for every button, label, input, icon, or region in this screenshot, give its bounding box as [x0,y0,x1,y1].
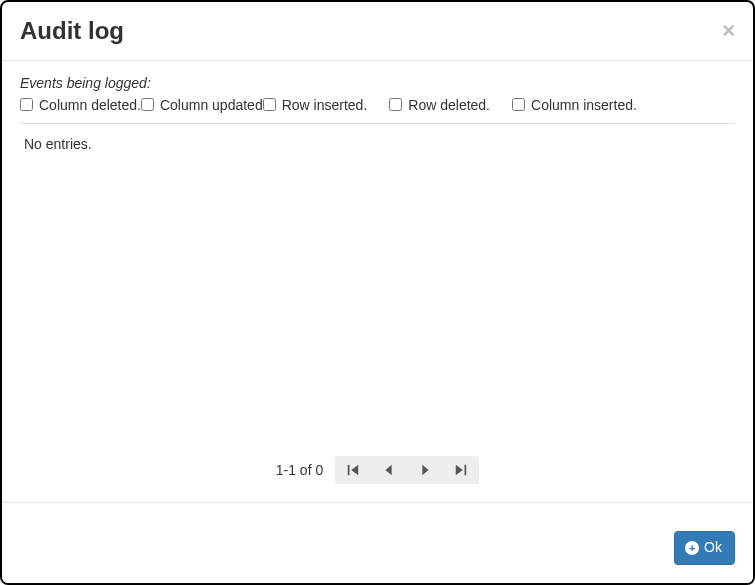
ok-button[interactable]: + Ok [674,531,735,565]
filter-column-inserted-label[interactable]: Column inserted. [531,97,637,113]
pager: 1-1 of 0 [20,446,735,498]
filter-column-inserted-checkbox[interactable] [512,98,525,111]
pager-range-text: 1-1 of 0 [276,462,323,478]
filter-row-inserted: Row inserted. [263,97,368,113]
dialog-header: Audit log × [2,2,753,61]
no-entries-text: No entries. [24,136,731,152]
filter-column-updated-label[interactable]: Column updated [160,97,263,113]
filter-column-deleted: Column deleted. [20,97,141,113]
events-filter-row: Column deleted. Column updated Row inser… [20,97,735,124]
filter-column-updated: Column updated [141,97,263,113]
plus-circle-icon: + [685,541,699,555]
filter-row-inserted-label[interactable]: Row inserted. [282,97,368,113]
log-entries-area: No entries. [20,124,735,447]
filter-row-deleted-label[interactable]: Row deleted. [408,97,490,113]
filter-column-inserted: Column inserted. [512,97,637,113]
first-page-icon [346,463,360,477]
filter-row-inserted-checkbox[interactable] [263,98,276,111]
events-filter-label: Events being logged: [20,75,735,91]
ok-button-label: Ok [704,538,722,558]
pager-first-button[interactable] [335,456,371,484]
filter-column-updated-checkbox[interactable] [141,98,154,111]
prev-page-icon [382,463,396,477]
dialog-footer: + Ok [2,502,753,583]
last-page-icon [454,463,468,477]
filter-row-deleted-checkbox[interactable] [389,98,402,111]
filter-column-deleted-checkbox[interactable] [20,98,33,111]
next-page-icon [418,463,432,477]
close-icon[interactable]: × [722,20,735,42]
dialog-body: Events being logged: Column deleted. Col… [2,61,753,503]
audit-log-dialog: Audit log × Events being logged: Column … [0,0,755,585]
pager-buttons [335,456,479,484]
pager-next-button[interactable] [407,456,443,484]
pager-last-button[interactable] [443,456,479,484]
pager-prev-button[interactable] [371,456,407,484]
filter-column-deleted-label[interactable]: Column deleted. [39,97,141,113]
filter-row-deleted: Row deleted. [389,97,490,113]
dialog-title: Audit log [20,17,124,46]
